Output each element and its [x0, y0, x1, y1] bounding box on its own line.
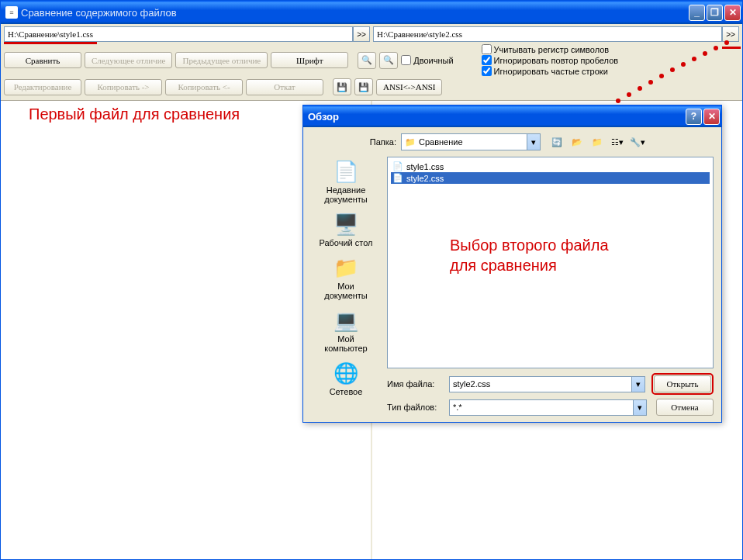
- rollback-button[interactable]: Откат: [246, 79, 323, 95]
- binoculars-icon[interactable]: 🔍: [358, 52, 376, 69]
- sidebar-computer[interactable]: 💻 Мой компьютер: [315, 308, 377, 353]
- dialog-body: Папка: 📁 Сравнение ▾ 🔄 📂 📁 ☷▾ 🔧▾ 📄 Недав…: [303, 127, 721, 422]
- browse-right-button[interactable]: >>: [722, 26, 739, 42]
- close-button[interactable]: ✕: [724, 5, 741, 21]
- file-icon: 📄: [392, 173, 403, 183]
- case-label: Учитывать регистр символов: [494, 45, 610, 54]
- path-left-cell: >>: [4, 26, 370, 42]
- options-group: Учитывать регистр символов Игнорировать …: [482, 44, 619, 76]
- file-name: style2.css: [406, 174, 444, 183]
- maximize-button[interactable]: ❐: [707, 5, 723, 21]
- sidebar-label: Мои документы: [315, 282, 377, 300]
- sidebar-desktop[interactable]: 🖥️ Рабочий стол: [315, 212, 377, 247]
- binoculars2-icon[interactable]: 🔍: [379, 52, 398, 69]
- filename-value: style2.css: [453, 379, 490, 389]
- dialog-sidebar: 📄 Недавние документы 🖥️ Рабочий стол 📁 М…: [311, 157, 381, 416]
- recent-icon: 📄: [333, 159, 358, 184]
- copy-left-button[interactable]: Копировать <-: [165, 79, 243, 95]
- nav-back-icon[interactable]: 🔄: [548, 133, 565, 150]
- right-annotation: Выбор второго файла для сравнения: [450, 235, 609, 275]
- dialog-title: Обзор: [308, 111, 686, 123]
- minimize-button[interactable]: _: [689, 5, 705, 21]
- copy-right-button[interactable]: Копировать ->: [85, 79, 162, 95]
- app-icon: ≡: [5, 6, 18, 19]
- filename-label: Имя файла:: [387, 379, 443, 389]
- open-button[interactable]: Открыть: [654, 375, 711, 392]
- open-button-highlight: Открыть: [651, 373, 714, 395]
- folder-icon: 📁: [405, 137, 416, 147]
- sidebar-recent[interactable]: 📄 Недавние документы: [315, 159, 377, 204]
- dialog-close-button[interactable]: ✕: [703, 109, 720, 125]
- chevron-down-icon: ▾: [527, 134, 540, 150]
- edit-button[interactable]: Редактирование: [4, 79, 81, 95]
- frequent-checkbox[interactable]: [482, 66, 492, 76]
- case-checkbox[interactable]: [482, 44, 492, 54]
- file-list[interactable]: 📄 style1.css 📄 style2.css Выбор второго …: [387, 157, 714, 368]
- sidebar-network[interactable]: 🌐 Сетевое: [315, 361, 377, 396]
- sidebar-label: Недавние документы: [315, 185, 377, 204]
- sidebar-label: Рабочий стол: [319, 238, 372, 247]
- binary-checkbox[interactable]: [401, 55, 411, 65]
- file-area: 📄 style1.css 📄 style2.css Выбор второго …: [387, 157, 714, 416]
- filetype-value: *.*: [453, 403, 462, 412]
- network-icon: 🌐: [333, 361, 358, 385]
- left-underline: [4, 42, 97, 44]
- file-item[interactable]: 📄 style1.css: [391, 161, 710, 172]
- prev-diff-button[interactable]: Предыдущее отличие: [175, 52, 268, 68]
- save-icon[interactable]: 💾: [333, 78, 351, 95]
- filetype-combo[interactable]: *.* ▾: [449, 399, 647, 416]
- font-button[interactable]: Шрифт: [271, 52, 348, 68]
- path-left-input[interactable]: [4, 26, 353, 42]
- spaces-checkbox[interactable]: [482, 55, 492, 65]
- binary-label: Двоичный: [413, 56, 453, 65]
- open-dialog: Обзор ? ✕ Папка: 📁 Сравнение ▾ 🔄 📂 📁 ☷▾ …: [302, 105, 722, 423]
- left-annotation: Первый файл для сравнения: [29, 105, 240, 123]
- save2-icon[interactable]: 💾: [354, 78, 373, 95]
- window-title: Сравнение содержимого файлов: [21, 7, 689, 19]
- computer-icon: 💻: [333, 308, 358, 333]
- dialog-titlebar: Обзор ? ✕: [303, 105, 721, 127]
- chevron-down-icon: ▾: [633, 400, 646, 415]
- spaces-label: Игнорировать повтор пробелов: [494, 56, 619, 65]
- main-titlebar: ≡ Сравнение содержимого файлов _ ❐ ✕: [1, 1, 742, 24]
- filetype-label: Тип файлов:: [387, 403, 443, 412]
- nav-tools-icon[interactable]: 🔧▾: [629, 133, 646, 150]
- chevron-down-icon: ▾: [631, 377, 645, 392]
- path-right-cell: >>: [373, 26, 739, 42]
- nav-up-icon[interactable]: 📂: [568, 133, 586, 150]
- sidebar-label: Мой компьютер: [315, 334, 377, 353]
- folder-label: Папка:: [365, 137, 396, 147]
- frequent-label: Игнорировать частые строки: [494, 67, 608, 76]
- ansi-button[interactable]: ANSI<->ANSI: [376, 79, 442, 95]
- folder-select[interactable]: 📁 Сравнение ▾: [401, 133, 541, 150]
- nav-view-icon[interactable]: ☷▾: [609, 133, 626, 150]
- file-icon: 📄: [392, 161, 403, 171]
- filename-combo[interactable]: style2.css ▾: [449, 376, 645, 392]
- file-item-selected[interactable]: 📄 style2.css: [391, 172, 710, 184]
- sidebar-label: Сетевое: [330, 387, 363, 396]
- path-right-input[interactable]: [373, 26, 722, 42]
- toolbar-area: >> >> Сравнить Следующее отличие Предыду…: [1, 24, 742, 101]
- next-diff-button[interactable]: Следующее отличие: [85, 52, 172, 68]
- folder-value: Сравнение: [419, 137, 463, 147]
- compare-button[interactable]: Сравнить: [4, 52, 81, 68]
- documents-icon: 📁: [333, 255, 358, 280]
- nav-new-icon[interactable]: 📁: [589, 133, 606, 150]
- desktop-icon: 🖥️: [333, 212, 358, 237]
- dialog-help-button[interactable]: ?: [686, 109, 702, 125]
- browse-left-button[interactable]: >>: [353, 26, 370, 42]
- file-name: style1.css: [406, 162, 444, 171]
- sidebar-documents[interactable]: 📁 Мои документы: [315, 255, 377, 300]
- cancel-button[interactable]: Отмена: [656, 399, 714, 416]
